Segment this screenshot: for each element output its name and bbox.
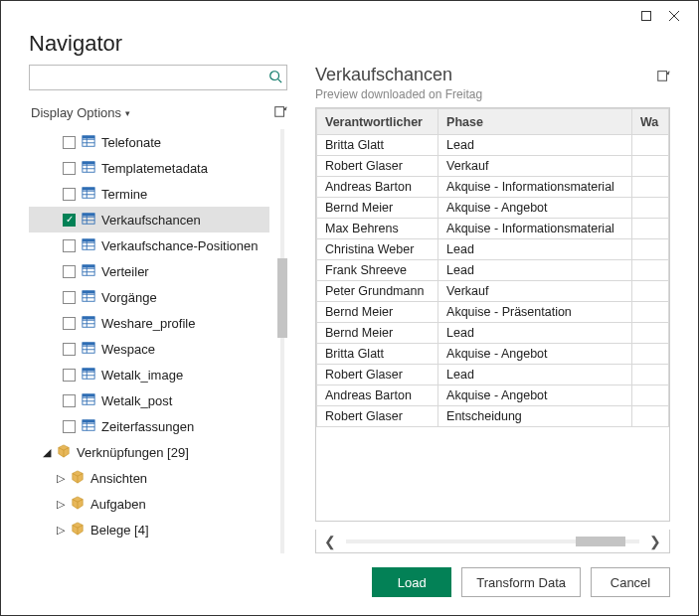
table-row[interactable]: Robert GlaserLead — [317, 365, 669, 385]
checkbox[interactable] — [63, 214, 76, 227]
search-input[interactable] — [30, 71, 264, 85]
table-cell: Bernd Meier — [317, 323, 438, 344]
tree-item[interactable]: Verkaufschance-Positionen — [29, 232, 269, 258]
caret-icon[interactable]: ▷ — [57, 498, 65, 511]
column-header[interactable]: Wa — [631, 109, 668, 135]
table-icon — [82, 289, 95, 306]
folder-item[interactable]: ▷Aufgaben — [29, 491, 269, 517]
tree-item[interactable]: Verteiler — [29, 258, 269, 284]
table-row[interactable]: Christina WeberLead — [317, 239, 669, 260]
table-row[interactable]: Andreas BartonAkquise - Angebot — [317, 385, 669, 406]
folder-label: Belege [4] — [90, 523, 149, 538]
chevron-down-icon: ▾ — [125, 108, 130, 118]
table-cell: Akquise - Angebot — [438, 385, 632, 406]
maximize-button[interactable] — [632, 8, 660, 24]
tree-item[interactable]: Weshare_profile — [29, 310, 269, 336]
scroll-right-icon[interactable]: ❯ — [649, 534, 661, 549]
table-cell: Verkauf — [438, 281, 632, 302]
refresh-preview-icon[interactable] — [656, 65, 670, 85]
tree-item-label: Verteiler — [101, 264, 149, 279]
preview-scroll-thumb[interactable] — [576, 537, 625, 546]
refresh-tree-icon[interactable] — [273, 104, 287, 121]
table-cell — [631, 198, 668, 219]
table-cell: Akquise - Präsentation — [438, 302, 632, 323]
preview-horizontal-scrollbar[interactable]: ❮ ❯ — [315, 530, 670, 553]
table-row[interactable]: Bernd MeierLead — [317, 323, 669, 344]
table-cell — [631, 219, 668, 239]
load-button[interactable]: Load — [372, 567, 451, 597]
table-cell — [631, 302, 668, 323]
table-cell: Robert Glaser — [317, 406, 438, 427]
svg-rect-45 — [83, 316, 94, 319]
folder-item[interactable]: ▷Ansichten — [29, 465, 269, 491]
scroll-left-icon[interactable]: ❮ — [324, 534, 336, 549]
checkbox[interactable] — [63, 239, 76, 252]
tree-scrollbar[interactable] — [277, 129, 287, 553]
table-cell: Lead — [438, 365, 632, 385]
table-row[interactable]: Britta GlattAkquise - Angebot — [317, 344, 669, 365]
tree-item[interactable]: Termine — [29, 181, 269, 207]
tree-item[interactable]: Templatemetadata — [29, 155, 269, 181]
caret-icon[interactable]: ▷ — [57, 524, 65, 537]
table-icon — [82, 237, 95, 254]
tree[interactable]: TelefonateTemplatemetadataTermineVerkauf… — [29, 129, 273, 553]
folder-label: Aufgaben — [90, 497, 146, 512]
table-row[interactable]: Robert GlaserEntscheidung — [317, 406, 669, 427]
checkbox[interactable] — [63, 394, 76, 407]
svg-rect-20 — [83, 187, 94, 190]
table-cell: Akquise - Angebot — [438, 344, 632, 365]
folder-item[interactable]: ▷Belege [4] — [29, 517, 269, 542]
checkbox[interactable] — [63, 265, 76, 278]
transform-data-button[interactable]: Transform Data — [461, 567, 581, 597]
table-cell: Andreas Barton — [317, 385, 438, 406]
tree-item[interactable]: Verkaufschancen — [29, 207, 269, 232]
folder-item[interactable]: ◢Verknüpfungen [29] — [29, 439, 269, 465]
svg-rect-35 — [83, 264, 94, 267]
tree-item[interactable]: Wespace — [29, 336, 269, 362]
caret-icon[interactable]: ◢ — [43, 446, 51, 459]
tree-item[interactable]: Wetalk_post — [29, 387, 269, 413]
tree-scroll-thumb[interactable] — [277, 258, 287, 338]
table-row[interactable]: Max BehrensAkquise - Informationsmateria… — [317, 219, 669, 239]
table-icon — [82, 212, 95, 229]
table-cell: Frank Shreeve — [317, 260, 438, 281]
display-options-dropdown[interactable]: Display Options ▾ — [31, 105, 130, 120]
checkbox[interactable] — [63, 369, 76, 382]
checkbox[interactable] — [63, 317, 76, 330]
cancel-button[interactable]: Cancel — [591, 567, 670, 597]
table-row[interactable]: Bernd MeierAkquise - Präsentation — [317, 302, 669, 323]
table-cell: Lead — [438, 323, 632, 344]
tree-item[interactable]: Zeiterfassungen — [29, 413, 269, 439]
table-row[interactable]: Frank ShreeveLead — [317, 260, 669, 281]
svg-rect-15 — [83, 161, 94, 164]
preview-table-wrap[interactable]: VerantwortlicherPhaseWaBritta GlattLeadR… — [315, 107, 670, 522]
caret-icon[interactable]: ▷ — [57, 472, 65, 485]
folder-icon — [57, 444, 71, 461]
svg-rect-66 — [658, 72, 667, 81]
svg-rect-50 — [83, 342, 94, 345]
close-button[interactable] — [660, 8, 688, 24]
checkbox[interactable] — [63, 343, 76, 356]
checkbox[interactable] — [63, 136, 76, 149]
checkbox[interactable] — [63, 291, 76, 304]
tree-item-label: Wetalk_post — [101, 393, 172, 408]
tree-item-label: Vorgänge — [101, 290, 157, 305]
table-row[interactable]: Peter GrundmannVerkauf — [317, 281, 669, 302]
column-header[interactable]: Phase — [438, 109, 632, 135]
tree-item[interactable]: Wetalk_image — [29, 362, 269, 387]
checkbox[interactable] — [63, 162, 76, 175]
table-cell: Akquise - Informationsmaterial — [438, 219, 632, 239]
checkbox[interactable] — [63, 188, 76, 201]
table-row[interactable]: Robert GlaserVerkauf — [317, 156, 669, 177]
navigator-dialog: Navigator Display Options ▾ — [0, 0, 699, 616]
table-cell — [631, 406, 668, 427]
search-icon[interactable] — [264, 70, 286, 86]
table-row[interactable]: Britta GlattLead — [317, 135, 669, 156]
tree-item[interactable]: Vorgänge — [29, 284, 269, 310]
column-header[interactable]: Verantwortlicher — [317, 109, 438, 135]
tree-item[interactable]: Telefonate — [29, 129, 269, 155]
table-row[interactable]: Bernd MeierAkquise - Angebot — [317, 198, 669, 219]
display-options-label: Display Options — [31, 105, 121, 120]
checkbox[interactable] — [63, 420, 76, 433]
table-row[interactable]: Andreas BartonAkquise - Informationsmate… — [317, 177, 669, 198]
